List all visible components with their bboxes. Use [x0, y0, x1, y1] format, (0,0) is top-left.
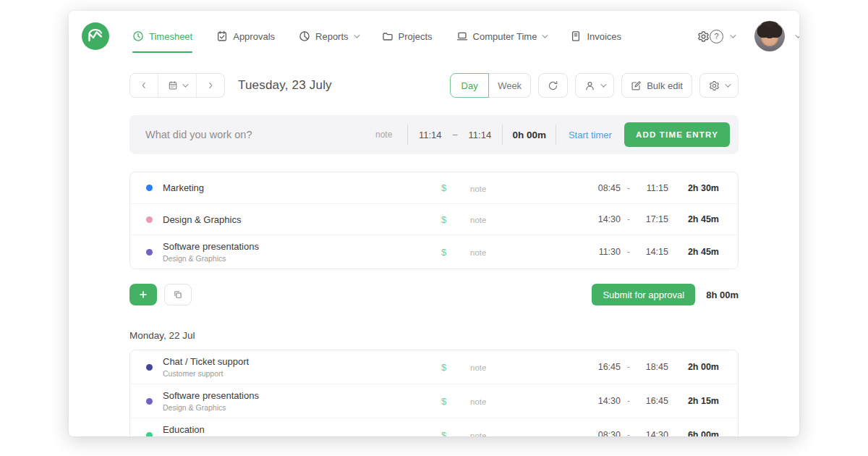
table-row[interactable]: Software presentations Design & Graphics…	[130, 235, 738, 269]
divider	[407, 124, 408, 145]
table-row[interactable]: Education Customer success $ 08:30 - 14:…	[130, 418, 738, 436]
copy-day-button[interactable]	[164, 284, 192, 305]
work-description-input[interactable]	[145, 129, 370, 140]
nav-item-computer-time[interactable]: Computer Time	[456, 11, 547, 62]
billable-icon[interactable]: $	[441, 247, 470, 258]
row-note-input[interactable]	[470, 397, 579, 406]
chevron-right-icon	[206, 81, 215, 90]
billable-icon[interactable]: $	[441, 396, 470, 407]
row-end-time[interactable]: 14:30	[637, 430, 668, 436]
nav-item-approvals[interactable]: Approvals	[216, 11, 275, 62]
chevron-down-icon	[542, 32, 548, 38]
task-title: Chat / Ticket support	[163, 356, 249, 367]
billable-icon[interactable]: $	[441, 430, 470, 437]
task-title: Design & Graphics	[163, 214, 241, 225]
nav-item-invoices[interactable]: Invoices	[570, 11, 621, 62]
entry-start-time-input[interactable]	[417, 130, 443, 140]
entry-note-input[interactable]	[370, 130, 398, 140]
top-navbar: Timesheet Approvals Reports Projects	[69, 11, 799, 62]
calendar-picker-button[interactable]	[158, 74, 196, 97]
row-duration[interactable]: 2h 15m	[668, 396, 719, 406]
nav-item-reports[interactable]: Reports	[299, 11, 358, 62]
timesheet-settings-button[interactable]	[699, 73, 739, 98]
member-filter-button[interactable]	[575, 73, 614, 98]
row-start-time[interactable]: 14:30	[589, 396, 621, 406]
nav-label: Computer Time	[473, 31, 537, 42]
row-start-time[interactable]: 16:45	[589, 362, 621, 372]
prev-day-button[interactable]	[130, 74, 158, 97]
day-actions-row: Submit for approval 8h 00m	[129, 284, 739, 305]
row-note-input[interactable]	[470, 363, 579, 372]
row-duration[interactable]: 6h 00m	[668, 430, 719, 436]
help-menu-button[interactable]: ?	[710, 30, 734, 43]
refresh-button[interactable]	[538, 73, 568, 98]
gear-icon	[697, 30, 710, 43]
pie-chart-icon	[299, 30, 310, 42]
task-cell: Software presentations Design & Graphics	[146, 237, 441, 267]
row-duration[interactable]: 2h 45m	[668, 214, 719, 224]
toolbar-right-group: Day Week Bulk edit	[450, 73, 739, 98]
row-note-input[interactable]	[470, 431, 579, 436]
billable-icon[interactable]: $	[441, 214, 470, 225]
date-toolbar: Tuesday, 23 July Day Week	[69, 62, 799, 98]
user-menu-button[interactable]	[744, 21, 799, 51]
entry-controls: – 0h 00m Start timer ADD TIME ENTRY	[370, 122, 730, 147]
nav-label: Projects	[399, 31, 433, 42]
chevron-down-icon	[600, 81, 606, 87]
task-subtitle: Design & Graphics	[163, 254, 259, 263]
week-view-button[interactable]: Week	[489, 73, 531, 98]
invoice-icon	[570, 30, 582, 42]
day-summary: Submit for approval 8h 00m	[592, 284, 739, 305]
table-row[interactable]: Software presentations Design & Graphics…	[130, 384, 738, 418]
row-end-time[interactable]: 11:15	[637, 183, 668, 193]
bulk-edit-label: Bulk edit	[647, 80, 683, 91]
chevron-down-icon	[730, 32, 736, 38]
brand-logo-icon[interactable]	[82, 22, 109, 50]
table-row[interactable]: Design & Graphics $ 14:30 - 17:15 2h 45m	[130, 203, 738, 235]
nav-item-projects[interactable]: Projects	[382, 11, 433, 62]
nav-item-timesheet[interactable]: Timesheet	[132, 11, 192, 62]
chevron-down-icon	[795, 32, 799, 38]
billable-icon[interactable]: $	[441, 182, 470, 193]
app-window: Timesheet Approvals Reports Projects	[69, 11, 799, 436]
row-start-time[interactable]: 08:45	[589, 183, 621, 193]
nav-label: Approvals	[233, 31, 275, 42]
row-duration[interactable]: 2h 30m	[668, 183, 719, 193]
day-view-button[interactable]: Day	[450, 73, 489, 98]
row-end-time[interactable]: 16:45	[637, 396, 668, 406]
table-row[interactable]: Marketing $ 08:45 - 11:15 2h 30m	[130, 172, 738, 203]
submit-for-approval-button[interactable]: Submit for approval	[592, 284, 695, 305]
row-end-time[interactable]: 17:15	[637, 214, 668, 224]
chevron-down-icon	[725, 81, 731, 87]
task-title: Marketing	[163, 182, 204, 193]
row-end-time[interactable]: 18:45	[637, 362, 668, 372]
table-row[interactable]: Chat / Ticket support Customer support $…	[130, 350, 738, 384]
row-note-input[interactable]	[470, 248, 579, 257]
row-note-input[interactable]	[470, 216, 579, 224]
row-note-input[interactable]	[470, 185, 579, 193]
clock-icon	[132, 30, 144, 42]
entry-end-time-input[interactable]	[467, 130, 493, 140]
gear-icon	[709, 80, 720, 91]
row-start-time[interactable]: 08:30	[589, 430, 621, 436]
next-day-button[interactable]	[196, 74, 224, 97]
add-time-entry-button[interactable]: ADD TIME ENTRY	[624, 122, 730, 147]
start-timer-link[interactable]: Start timer	[569, 130, 612, 140]
help-icon: ?	[710, 30, 723, 43]
row-start-time[interactable]: 14:30	[589, 214, 621, 224]
date-title: Tuesday, 23 July	[238, 78, 332, 93]
time-dash: -	[621, 183, 637, 193]
nav-settings-button[interactable]	[697, 11, 710, 62]
add-row-button[interactable]	[129, 284, 157, 305]
row-start-time[interactable]: 11:30	[589, 247, 621, 257]
calendar-icon	[168, 80, 178, 90]
nav-label: Reports	[315, 31, 349, 42]
chevron-left-icon	[140, 81, 148, 90]
copy-icon	[173, 290, 183, 300]
edit-icon	[631, 80, 642, 91]
billable-icon[interactable]: $	[441, 362, 470, 373]
row-end-time[interactable]: 14:15	[637, 247, 668, 257]
row-duration[interactable]: 2h 45m	[668, 247, 719, 257]
bulk-edit-button[interactable]: Bulk edit	[621, 73, 692, 98]
row-duration[interactable]: 2h 00m	[668, 362, 719, 372]
